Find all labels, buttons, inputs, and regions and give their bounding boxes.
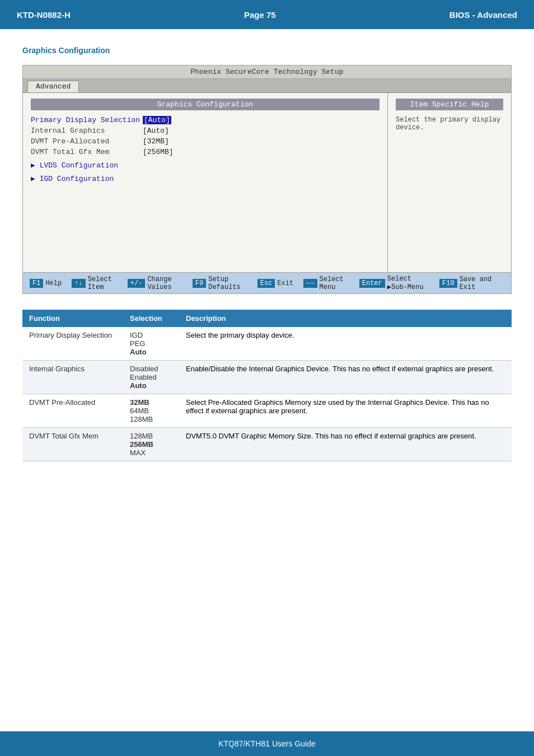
cell-function-2: Internal Graphics bbox=[22, 361, 123, 394]
cell-description-1: Select the primary display device. bbox=[179, 327, 512, 361]
cell-function-3: DVMT Pre-Allocated bbox=[22, 394, 123, 428]
bios-box: Phoenix SecureCore Technology Setup Adva… bbox=[22, 65, 512, 294]
bios-title-bar: Phoenix SecureCore Technology Setup bbox=[23, 66, 511, 79]
bios-item-dvmt-pre[interactable]: DVMT Pre-Allocated [32MB] bbox=[31, 137, 380, 146]
bios-label-dvmt-pre: DVMT Pre-Allocated bbox=[31, 137, 143, 146]
bios-key-updown: ↑↓ bbox=[72, 279, 85, 288]
bios-label-internal-graphics: Internal Graphics bbox=[31, 127, 143, 135]
footer-label: KTQ87/KTH81 Users Guide bbox=[218, 739, 316, 748]
bios-value-internal-graphics: [Auto] bbox=[143, 127, 169, 135]
bios-label-primary-display: Primary Display Selection bbox=[31, 116, 143, 124]
section-title: Graphics Configuration bbox=[22, 46, 512, 55]
table-header-row: Function Selection Description bbox=[22, 310, 512, 327]
bios-selected-primary-display: [Auto] bbox=[143, 116, 171, 124]
bios-main-panel: Graphics Configuration Primary Display S… bbox=[23, 93, 388, 272]
bios-item-dvmt-total[interactable]: DVMT Total Gfx Mem [256MB] bbox=[31, 148, 380, 156]
main-content: Graphics Configuration Phoenix SecureCor… bbox=[0, 29, 534, 495]
cell-function-1: Primary Display Selection bbox=[22, 327, 123, 361]
table-row: DVMT Pre-Allocated 32MB64MB128MB Select … bbox=[22, 394, 512, 428]
bios-footer-enter: Enter Select ▶Sub-Menu bbox=[359, 275, 429, 291]
header-right: BIOS - Advanced bbox=[449, 10, 517, 20]
bios-help-text: Select the primary display device. bbox=[396, 116, 503, 132]
bios-footer: F1 Help ↑↓ Select Item +/- Change Values… bbox=[23, 272, 511, 293]
bios-submenu-igd[interactable]: IGD Configuration bbox=[31, 174, 380, 183]
bios-footer-esc: Esc Exit bbox=[257, 275, 293, 291]
bios-content: Graphics Configuration Primary Display S… bbox=[23, 93, 511, 272]
cell-selection-2: DisabledEnabledAuto bbox=[123, 361, 179, 394]
bios-label-esc: Exit bbox=[277, 279, 293, 287]
cell-selection-3: 32MB64MB128MB bbox=[123, 394, 179, 428]
bios-key-enter: Enter bbox=[359, 279, 385, 288]
bios-item-internal-graphics[interactable]: Internal Graphics [Auto] bbox=[31, 127, 380, 135]
bios-item-primary-display[interactable]: Primary Display Selection [Auto] bbox=[31, 116, 380, 124]
header-center: Page 75 bbox=[244, 10, 276, 20]
bios-label-f10: Save and Exit bbox=[460, 276, 494, 291]
bios-label-updown: Select Item bbox=[88, 276, 118, 291]
bios-tab-advanced[interactable]: Advanced bbox=[27, 81, 79, 92]
col-function: Function bbox=[22, 310, 123, 327]
header-left: KTD-N0882-H bbox=[17, 10, 71, 20]
bios-value-dvmt-total: [256MB] bbox=[143, 148, 174, 156]
cell-selection-4: 128MB256MBMAX bbox=[123, 428, 179, 461]
bios-submenu-lvds[interactable]: LVDS Configuration bbox=[31, 161, 380, 170]
cell-description-4: DVMT5.0 DVMT Graphic Memory Size. This h… bbox=[179, 428, 512, 461]
page-footer: KTQ87/KTH81 Users Guide bbox=[0, 731, 534, 756]
bios-tabs: Advanced bbox=[23, 79, 511, 93]
bios-footer-plusminus: +/- Change Values bbox=[128, 275, 182, 291]
bios-label-plusminus: Change Values bbox=[147, 276, 182, 291]
bios-key-f10: F10 bbox=[439, 279, 457, 288]
bios-main-header: Graphics Configuration bbox=[31, 99, 380, 110]
bios-help-panel: Item Specific Help Select the primary di… bbox=[388, 93, 511, 272]
page-header: KTD-N0882-H Page 75 BIOS - Advanced bbox=[0, 0, 534, 29]
bios-label-dvmt-total: DVMT Total Gfx Mem bbox=[31, 148, 143, 156]
cell-description-3: Select Pre-Allocated Graphics Memory siz… bbox=[179, 394, 512, 428]
bios-footer-f10: F10 Save and Exit bbox=[439, 275, 494, 291]
table-row: Primary Display Selection IGDPEGAuto Sel… bbox=[22, 327, 512, 361]
info-table: Function Selection Description Primary D… bbox=[22, 310, 512, 461]
bios-help-header: Item Specific Help bbox=[396, 99, 503, 110]
cell-function-4: DVMT Total Gfx Mem bbox=[22, 428, 123, 461]
table-row: DVMT Total Gfx Mem 128MB256MBMAX DVMT5.0… bbox=[22, 428, 512, 461]
table-row: Internal Graphics DisabledEnabledAuto En… bbox=[22, 361, 512, 394]
bios-label-f1: Help bbox=[45, 279, 62, 287]
col-selection: Selection bbox=[123, 310, 179, 327]
bios-key-f9: F9 bbox=[193, 279, 206, 288]
bios-footer-arrows: ←→ Select Menu bbox=[303, 275, 349, 291]
bios-label-enter: Select ▶Sub-Menu bbox=[387, 275, 429, 291]
bios-key-arrows: ←→ bbox=[303, 279, 317, 288]
bios-label-arrows: Select Menu bbox=[320, 276, 349, 291]
bios-footer-updown: ↑↓ Select Item bbox=[72, 275, 118, 291]
col-description: Description bbox=[179, 310, 512, 327]
bios-footer-f1: F1 Help bbox=[30, 275, 62, 291]
bios-key-plusminus: +/- bbox=[128, 279, 146, 288]
cell-selection-1: IGDPEGAuto bbox=[123, 327, 179, 361]
bios-key-esc: Esc bbox=[257, 279, 275, 288]
bios-key-f1: F1 bbox=[30, 279, 43, 288]
table-body: Primary Display Selection IGDPEGAuto Sel… bbox=[22, 327, 512, 461]
cell-description-2: Enable/Disable the Internal Graphics Dev… bbox=[179, 361, 512, 394]
bios-footer-f9: F9 Setup Defaults bbox=[193, 275, 247, 291]
table-header: Function Selection Description bbox=[22, 310, 512, 327]
bios-value-dvmt-pre: [32MB] bbox=[143, 137, 169, 146]
bios-label-f9: Setup Defaults bbox=[208, 276, 247, 291]
bios-value-primary-display: [Auto] bbox=[143, 116, 171, 124]
